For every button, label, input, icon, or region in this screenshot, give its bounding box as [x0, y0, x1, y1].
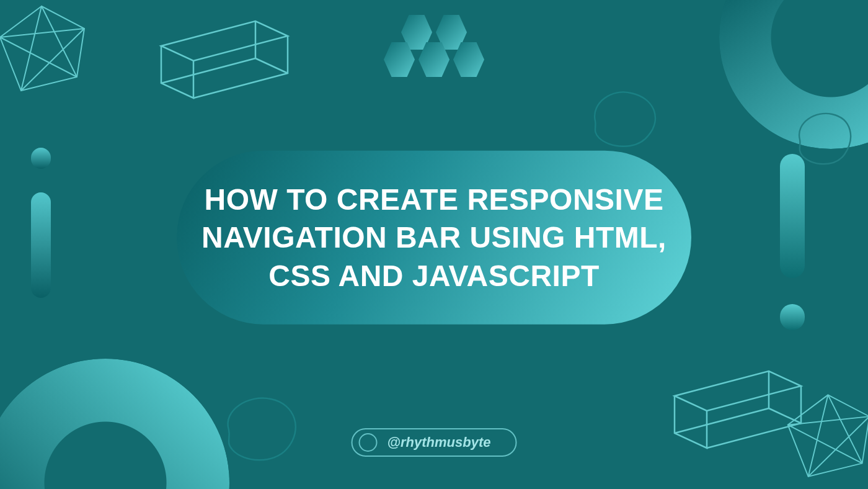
- title-card: HOW TO CREATE RESPONSIVE NAVIGATION BAR …: [177, 151, 691, 325]
- pill-shape: [31, 192, 51, 298]
- author-handle-badge: @rhythmusbyte: [352, 428, 517, 457]
- wireframe-polyhedron-icon: [783, 391, 868, 484]
- pill-shape: [780, 154, 805, 278]
- wireframe-polyhedron-icon: [0, 4, 88, 97]
- author-handle: @rhythmusbyte: [388, 434, 491, 451]
- hero-title: HOW TO CREATE RESPONSIVE NAVIGATION BAR …: [199, 181, 669, 295]
- circle-icon: [359, 433, 378, 452]
- ring-shape-bottom-left: [0, 359, 229, 489]
- pill-shape: [31, 148, 51, 169]
- blob-outline-icon: [794, 109, 856, 168]
- wireframe-cuboid-icon: [156, 16, 293, 109]
- hexagon-cluster-icon: [382, 15, 486, 77]
- blob-outline-icon: [220, 393, 304, 464]
- blob-outline-icon: [588, 87, 662, 149]
- pill-shape: [780, 304, 805, 330]
